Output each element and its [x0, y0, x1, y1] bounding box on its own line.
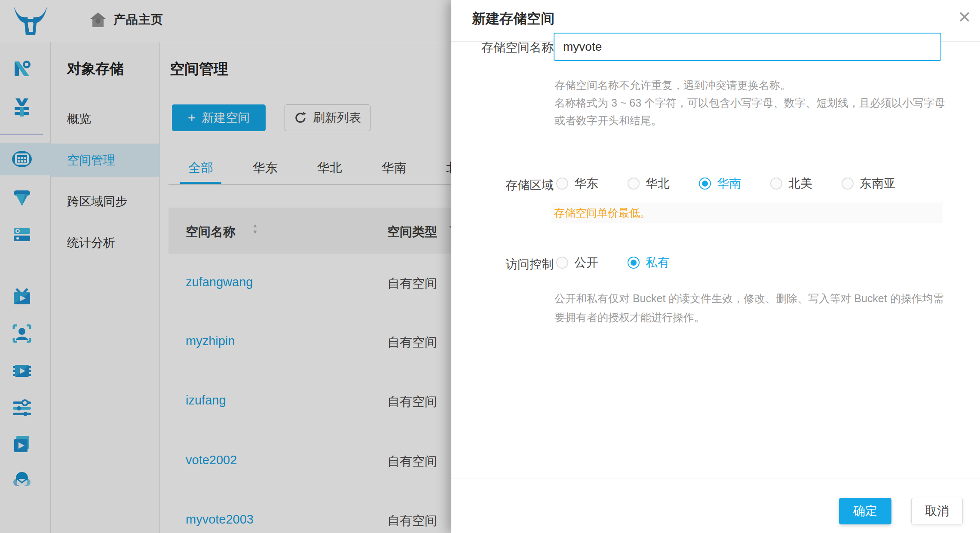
- radio-huanan-selected[interactable]: 华南: [699, 175, 741, 192]
- bucket-name-input[interactable]: [554, 33, 941, 61]
- radio-circle: [699, 178, 711, 190]
- access-radio-group: 公开 私有: [556, 254, 670, 271]
- radio-private-selected[interactable]: 私有: [628, 254, 670, 271]
- cancel-button[interactable]: 取消: [911, 498, 963, 524]
- confirm-button[interactable]: 确定: [839, 498, 891, 524]
- radio-circle: [628, 257, 640, 269]
- radio-circle: [770, 178, 782, 190]
- close-icon[interactable]: ✕: [955, 8, 974, 27]
- drawer-footer: 确定 取消: [451, 478, 980, 533]
- radio-circle: [556, 257, 568, 269]
- region-price-note: 存储空间单价最低。: [551, 202, 943, 223]
- access-help: 公开和私有仅对 Bucket 的读文件生效，修改、删除、写入等对 Bucket …: [554, 289, 946, 327]
- radio-dongnanya[interactable]: 东南亚: [842, 175, 896, 192]
- bucket-name-label: 存储空间名称：: [471, 40, 566, 56]
- radio-circle: [842, 178, 854, 190]
- access-label: 访问控制：: [471, 256, 566, 273]
- radio-public[interactable]: 公开: [556, 254, 598, 271]
- region-label: 存储区域：: [471, 177, 566, 193]
- name-help-line1: 存储空间名称不允许重复，遇到冲突请更换名称。: [554, 77, 946, 94]
- name-help-line2: 名称格式为 3 ~ 63 个字符，可以包含小写字母、数字、短划线，且必须以小写字…: [554, 94, 946, 129]
- radio-circle: [556, 178, 568, 190]
- region-radio-group: 华东 华北 华南 北美 东南亚: [556, 175, 896, 192]
- modal-overlay[interactable]: [0, 0, 451, 533]
- radio-huadong[interactable]: 华东: [556, 175, 598, 192]
- screen: 产品主页: [0, 0, 980, 533]
- radio-circle: [628, 178, 640, 190]
- drawer-title: 新建存储空间: [472, 9, 554, 28]
- radio-beimei[interactable]: 北美: [770, 175, 812, 192]
- radio-huabei[interactable]: 华北: [628, 175, 670, 192]
- create-bucket-drawer: 新建存储空间 ✕ 存储空间名称： 存储空间名称不允许重复，遇到冲突请更换名称。 …: [451, 0, 980, 533]
